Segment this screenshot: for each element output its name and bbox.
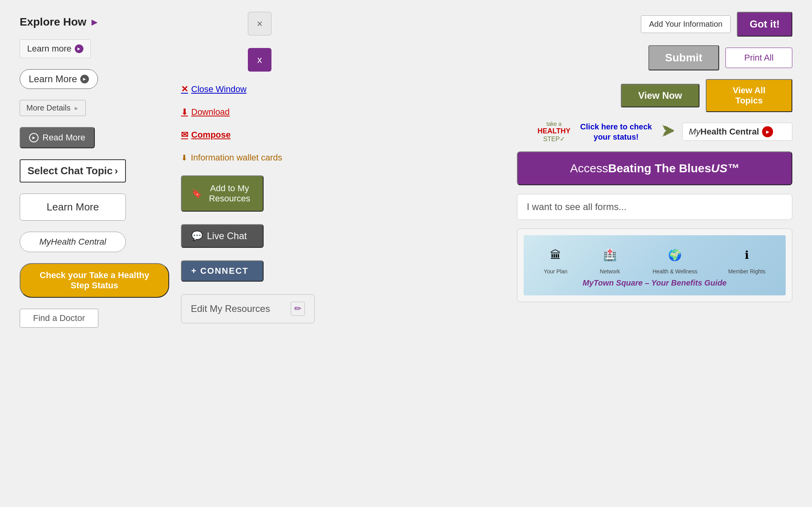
healthy-step-row: take a HEALTHY STEP✓ Click here to check… [334, 121, 792, 143]
click-here-check-link[interactable]: Click here to check your status! [577, 122, 655, 142]
compose-icon: ✉ [181, 130, 188, 140]
learn-more-oval-button[interactable]: Learn More ► [20, 69, 98, 89]
left-column: Explore How ► Learn more ► Learn More ► … [8, 8, 173, 336]
banner-play-icon: ► [762, 126, 773, 137]
mytown-title: MyTown Square – Your Benefits Guide [583, 278, 727, 288]
right-column: Add Your Information Got it! Submit Prin… [323, 8, 804, 336]
close-x-purple-icon: x [257, 54, 262, 65]
download-link[interactable]: ⬇ Download [181, 107, 230, 117]
close-x-gray-icon: × [257, 18, 262, 30]
access-blues-bold-label: Beating The Blues [608, 162, 711, 175]
explore-arrow-icon: ► [90, 16, 100, 28]
access-blues-italic-label: US™ [711, 162, 739, 175]
network-label: Network [600, 268, 620, 275]
add-info-button[interactable]: Add Your Information [641, 15, 731, 33]
wallet-cards-link[interactable]: ⬇ Information wallet cards [181, 153, 282, 163]
healthy-step-label: Check your Take a Healthy Step Status [30, 270, 159, 291]
close-x-gray-button[interactable]: × [248, 12, 271, 35]
healthy-step-button[interactable]: Check your Take a Healthy Step Status [20, 263, 169, 298]
myhealth-central-banner[interactable]: MyHealth Central ► [682, 123, 792, 141]
access-blues-pre-label: Access [570, 162, 608, 175]
play-icon-dark: ► [80, 75, 89, 83]
mytown-health-wellness-block: 🌍 Health & Wellness [653, 243, 698, 275]
submit-button[interactable]: Submit [648, 45, 719, 70]
see-forms-button[interactable]: I want to see all forms... [517, 194, 792, 220]
live-chat-label: Live Chat [207, 230, 247, 242]
live-chat-icon: 💬 [191, 230, 203, 242]
view-all-topics-label: View All Topics [718, 85, 780, 106]
close-window-link[interactable]: ✕ Close Window [181, 84, 247, 94]
view-now-label: View Now [638, 90, 682, 101]
mytown-your-plan-block: 🏛 Your Plan [544, 243, 567, 275]
mytown-square-box: 🏛 Your Plan 🏥 Network 🌍 Health & Wellnes… [517, 229, 792, 302]
learn-more-large-button[interactable]: Learn More [20, 194, 126, 221]
network-icon: 🏥 [598, 243, 622, 267]
select-chat-arrow-icon: › [114, 165, 118, 177]
learn-more-small-label: Learn more [27, 44, 72, 54]
mytown-network-block: 🏥 Network [598, 243, 622, 275]
wallet-cards-label: Information wallet cards [191, 153, 282, 163]
find-doctor-label: Find a Doctor [33, 313, 85, 323]
mytown-inner: 🏛 Your Plan 🏥 Network 🌍 Health & Wellnes… [524, 235, 786, 295]
learn-more-small-button[interactable]: Learn more ► [20, 39, 91, 58]
explore-how-heading: Explore How ► [20, 16, 161, 28]
explore-how-text: Explore How [20, 16, 87, 28]
mytown-icons-row: 🏛 Your Plan 🏥 Network 🌍 Health & Wellnes… [531, 243, 778, 275]
access-beating-blues-button[interactable]: Access Beating The Blues US™ [517, 151, 792, 185]
learn-more-large-label: Learn More [47, 201, 99, 213]
add-resources-label: Add to My Resources [206, 183, 253, 204]
play-icon: ► [75, 44, 83, 53]
more-details-label: More Details [26, 103, 70, 112]
see-forms-label: I want to see all forms... [527, 201, 626, 212]
print-all-button[interactable]: Print All [725, 48, 792, 68]
read-more-button[interactable]: ► Read More [20, 127, 95, 148]
add-to-my-resources-button[interactable]: 🔖 Add to My Resources [181, 175, 264, 212]
submit-row: Submit Print All [334, 45, 792, 70]
wallet-icon: ⬇ [181, 153, 188, 162]
member-rights-icon: ℹ [735, 243, 758, 267]
middle-column: × x ✕ Close Window ⬇ Download ✉ Compose … [173, 8, 323, 336]
healthy-step-badge: take a HEALTHY STEP✓ [537, 121, 570, 143]
view-all-topics-button[interactable]: View All Topics [706, 79, 792, 112]
select-chat-topic-label: Select Chat Topic [28, 165, 113, 177]
select-chat-topic-button[interactable]: Select Chat Topic › [20, 159, 126, 183]
submit-label: Submit [665, 52, 703, 64]
print-all-label: Print All [744, 53, 774, 63]
got-it-label: Got it! [749, 18, 780, 30]
view-row: View Now View All Topics [334, 79, 792, 112]
add-resources-icon: 🔖 [191, 188, 202, 199]
health-wellness-label: Health & Wellness [653, 268, 698, 275]
find-doctor-button[interactable]: Find a Doctor [20, 309, 98, 328]
close-x-purple-button[interactable]: x [248, 48, 271, 72]
learn-more-oval-label: Learn More [29, 74, 77, 85]
your-plan-label: Your Plan [544, 268, 567, 275]
myhealth-central-label: MyHealth Central [39, 237, 106, 247]
edit-my-resources-button[interactable]: Edit My Resources ✏ [181, 294, 315, 323]
read-more-label: Read More [42, 133, 85, 143]
close-window-x-icon: ✕ [181, 84, 188, 94]
compose-link[interactable]: ✉ Compose [181, 130, 231, 140]
pencil-icon: ✏ [291, 302, 305, 316]
compose-label: Compose [191, 130, 231, 140]
myhealth-central-button[interactable]: MyHealth Central [20, 232, 126, 252]
your-plan-icon: 🏛 [544, 243, 567, 267]
more-details-arrow-icon: ► [74, 105, 79, 111]
mytown-member-rights-block: ℹ Member Rights [728, 243, 766, 275]
download-label: Download [191, 107, 230, 117]
download-icon: ⬇ [181, 107, 188, 117]
top-action-row: Add Your Information Got it! [334, 12, 792, 37]
connect-label: + CONNECT [191, 266, 249, 276]
got-it-button[interactable]: Got it! [737, 12, 792, 37]
close-window-label: Close Window [191, 84, 247, 94]
view-now-button[interactable]: View Now [621, 84, 699, 107]
read-more-play-icon: ► [29, 133, 39, 142]
add-info-label: Add Your Information [649, 20, 723, 29]
live-chat-button[interactable]: 💬 Live Chat [181, 224, 264, 248]
myhealth-banner-text: MyHealth Central [689, 127, 759, 137]
connect-button[interactable]: + CONNECT [181, 260, 264, 282]
health-wellness-icon: 🌍 [663, 243, 687, 267]
member-rights-label: Member Rights [728, 268, 766, 275]
green-arrow-icon[interactable]: ⮞ [662, 124, 676, 140]
edit-resources-label: Edit My Resources [191, 303, 270, 314]
more-details-button[interactable]: More Details ► [20, 100, 86, 116]
